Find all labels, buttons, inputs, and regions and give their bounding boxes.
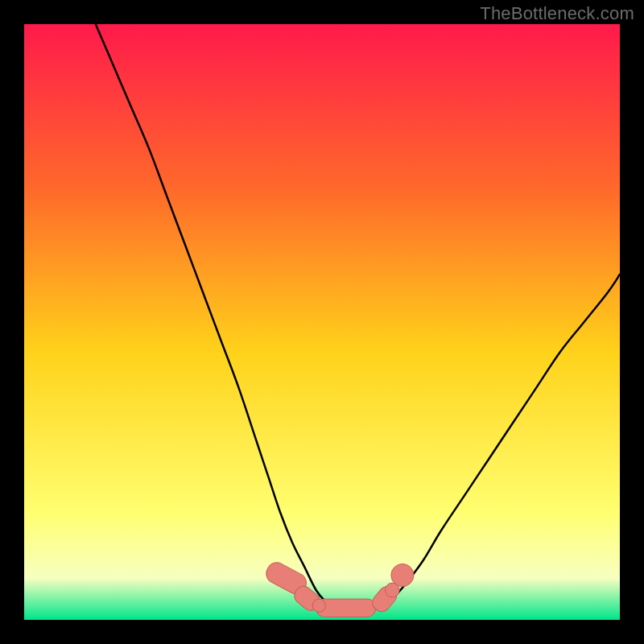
- chart-plot: [24, 24, 620, 620]
- marker-5: [385, 583, 399, 597]
- watermark-text: TheBottleneck.com: [480, 3, 634, 24]
- chart-frame: TheBottleneck.com: [0, 0, 644, 644]
- gradient-background: [24, 24, 620, 620]
- marker-6: [312, 599, 325, 612]
